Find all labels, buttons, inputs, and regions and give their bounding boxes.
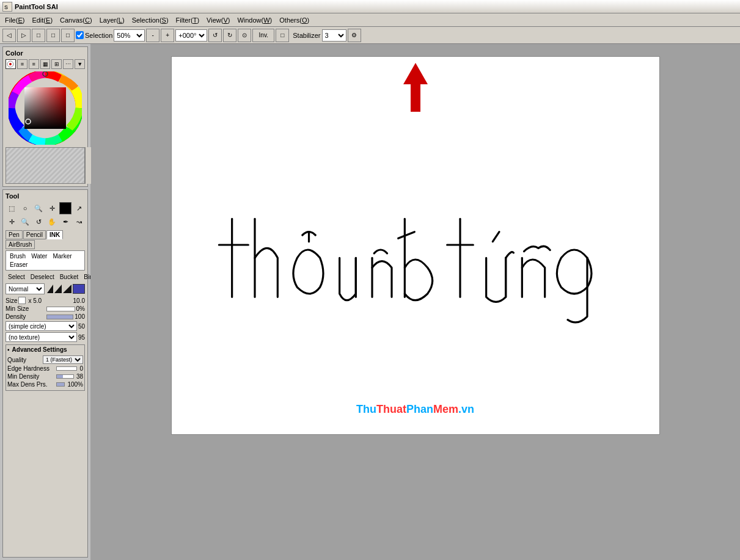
stabilizer-settings-btn[interactable]: ⚙ xyxy=(348,29,361,42)
edge-hardness-row: Edge Hardness 0 xyxy=(7,365,83,372)
min-density-row: Min Density 38 xyxy=(7,373,83,380)
tool-hand[interactable]: ✋ xyxy=(46,216,58,228)
tool-lasso[interactable]: ○ xyxy=(19,202,31,214)
tool-rect-select[interactable]: ⬚ xyxy=(5,202,18,214)
canvas-area[interactable]: ThuThuatPhanMem.vn xyxy=(90,44,740,560)
color-mode-picker[interactable]: ⋯ xyxy=(63,59,73,69)
tool-subtype-brush[interactable]: Brush xyxy=(7,252,28,260)
svg-marker-13 xyxy=(403,63,428,112)
selection-checkbox-label[interactable]: Selection xyxy=(76,31,112,39)
wm-mem: Mem xyxy=(433,403,458,415)
menu-selection[interactable]: Selection(S) xyxy=(128,15,172,25)
zoom-dec-btn[interactable]: - xyxy=(146,29,159,42)
size-lock-btn[interactable] xyxy=(18,297,26,304)
mode-row: Normal Multiply Screen xyxy=(5,283,85,294)
min-size-label: Min Size xyxy=(5,305,45,312)
menu-view[interactable]: View(V) xyxy=(203,15,233,25)
tool-rotate[interactable]: ↺ xyxy=(32,216,45,228)
tool-subtype-bucket[interactable]: Bucket xyxy=(57,273,81,281)
menu-file[interactable]: File(E) xyxy=(1,15,28,25)
color-wheel-svg[interactable] xyxy=(9,71,82,145)
max-dens-prs-bar[interactable] xyxy=(56,382,65,387)
color-panel-title: Color xyxy=(5,49,85,57)
menu-window[interactable]: Window(W) xyxy=(233,15,276,25)
tool-settings: Size x 5.0 10.0 Min Size 0% Density xyxy=(5,297,85,342)
tool-arrow-icon[interactable]: ↗ xyxy=(73,202,85,214)
menu-canvas[interactable]: Canvas(C) xyxy=(56,15,96,25)
color-mode-grid[interactable]: ⊞ xyxy=(51,59,62,69)
density-value: 100 xyxy=(75,313,85,320)
texture-select[interactable]: (no texture) xyxy=(5,332,77,342)
toolbar-btn-1[interactable]: ◁ xyxy=(2,29,16,42)
brush-size-icons xyxy=(47,284,85,294)
size-multiplier: x 5.0 xyxy=(28,297,42,304)
zoom-select[interactable]: 50% 100% 200% xyxy=(114,29,145,42)
color-mode-rgb[interactable]: ▦ xyxy=(40,59,51,69)
circle-value: 50 xyxy=(78,323,85,330)
brush-medium-icon xyxy=(54,285,62,293)
color-swatch[interactable] xyxy=(5,147,85,184)
color-panel-settings[interactable]: ▼ xyxy=(75,59,85,69)
drawing-canvas[interactable]: ThuThuatPhanMem.vn xyxy=(171,56,660,435)
color-panel-scroll[interactable] xyxy=(85,147,91,184)
tool-eyedropper[interactable]: 🔍 xyxy=(32,202,45,214)
inv2-button[interactable]: □ xyxy=(276,29,289,42)
edge-hardness-bar[interactable] xyxy=(56,366,77,371)
quality-select[interactable]: 1 (Fastest) xyxy=(43,355,83,364)
adv-collapse-icon: ▪ xyxy=(7,346,10,353)
app-title: PaintTool SAI xyxy=(15,3,58,10)
color-mode-hbar[interactable]: ≡ xyxy=(17,59,27,69)
toolbar: ◁ ▷ □ □ □ Selection 50% 100% 200% - + +0… xyxy=(0,27,740,44)
menu-edit[interactable]: Edit(E) xyxy=(28,15,56,25)
toolbar-btn-2[interactable]: ▷ xyxy=(17,29,31,42)
menu-others[interactable]: Others(O) xyxy=(276,15,313,25)
toolbar-btn-4[interactable]: □ xyxy=(46,29,60,42)
tool-move2[interactable]: ✛ xyxy=(5,216,18,228)
tool-tab-pencil[interactable]: Pencil xyxy=(23,230,46,239)
tool-subtype-select[interactable]: Select xyxy=(5,273,27,281)
tool-move[interactable]: ✛ xyxy=(46,202,58,214)
menu-layer[interactable]: Layer(L) xyxy=(96,15,128,25)
toolbar-btn-3[interactable]: □ xyxy=(32,29,45,42)
tool-tab-ink[interactable]: INK xyxy=(46,230,63,239)
tool-subtype-eraser[interactable]: Eraser xyxy=(7,261,30,269)
selection-checkbox[interactable] xyxy=(76,31,84,39)
density-bar[interactable] xyxy=(46,315,73,319)
tool-smudge[interactable]: ↝ xyxy=(73,216,85,228)
svg-marker-11 xyxy=(54,285,62,293)
toolbar-btn-5[interactable]: □ xyxy=(61,29,75,42)
color-mode-wheel[interactable] xyxy=(5,59,16,69)
svg-text:S: S xyxy=(4,4,8,10)
main-layout: Color ≡ ≡ ▦ ⊞ ⋯ ▼ xyxy=(0,44,740,560)
red-arrow xyxy=(403,63,428,113)
tool-panel: Tool ⬚ ○ 🔍 ✛ ↗ ✛ 🔍 ↺ ✋ ✒ ↝ Pen xyxy=(2,189,88,558)
rot-right-btn[interactable]: ↻ xyxy=(223,29,236,42)
tool-pen2[interactable]: ✒ xyxy=(59,216,71,228)
adv-settings-label: Advanced Settings xyxy=(12,346,67,353)
tool-subtype-marker[interactable]: Marker xyxy=(50,252,74,260)
min-density-bar[interactable] xyxy=(56,374,74,379)
tool-tab-airbrush[interactable]: AirBrush xyxy=(5,240,35,249)
tool-subtype-water[interactable]: Water xyxy=(29,252,49,260)
zoom-inc-btn[interactable]: + xyxy=(161,29,174,42)
circle-select[interactable]: (simple circle) xyxy=(5,321,77,331)
advanced-settings-title[interactable]: ▪ Advanced Settings xyxy=(7,346,83,353)
color-wheel-container[interactable] xyxy=(9,71,82,145)
density-label: Density xyxy=(5,313,45,320)
tool-color-swatch[interactable] xyxy=(59,202,71,214)
stabilizer-select[interactable]: 3 0 1 2 4 5 xyxy=(322,29,346,42)
inv-button[interactable]: Inv. xyxy=(252,29,274,42)
mode-dropdown[interactable]: Normal Multiply Screen xyxy=(5,283,45,294)
quality-label: Quality xyxy=(7,357,43,363)
min-size-bar[interactable] xyxy=(46,307,75,311)
texture-row: (no texture) 95 xyxy=(5,332,85,342)
rot-left-btn[interactable]: ↺ xyxy=(208,29,222,42)
rotation-select[interactable]: +000° xyxy=(175,29,207,42)
brush-color-rect[interactable] xyxy=(73,284,85,294)
tool-zoom[interactable]: 🔍 xyxy=(19,216,31,228)
tool-subtype-deselect[interactable]: Deselect xyxy=(28,273,57,281)
rot-reset-btn[interactable]: ⊙ xyxy=(238,29,251,42)
tool-tab-pen[interactable]: Pen xyxy=(5,230,23,239)
menu-filter[interactable]: Filter(T) xyxy=(172,15,203,25)
color-mode-svbar[interactable]: ≡ xyxy=(29,59,39,69)
